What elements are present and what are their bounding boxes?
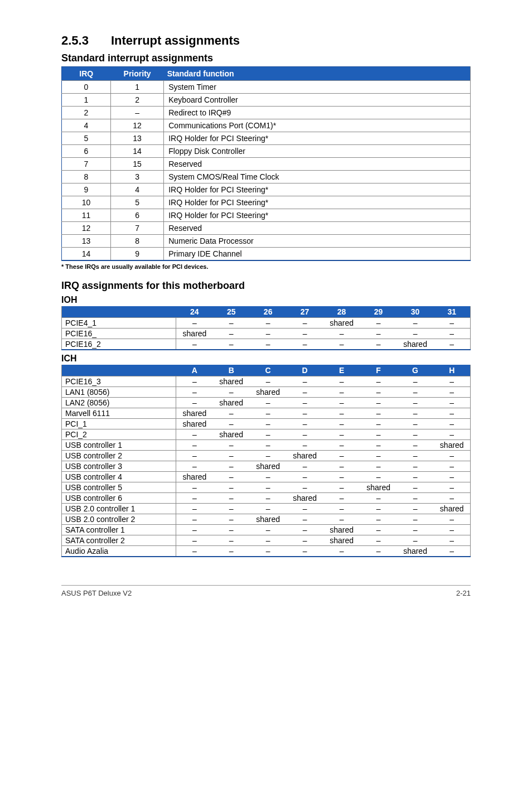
th-col: H <box>434 365 471 376</box>
cell-value: – <box>213 535 250 546</box>
ioh-title: IOH <box>61 295 471 305</box>
cell-function: IRQ Holder for PCI Steering* <box>164 209 471 222</box>
table-row: SATA controller 1––––shared––– <box>62 525 471 535</box>
cell-value: – <box>397 376 434 387</box>
table-row: 2–Redirect to IRQ#9 <box>62 107 471 119</box>
cell-value: shared <box>434 504 471 514</box>
cell-priority: 2 <box>110 94 163 107</box>
cell-value: – <box>397 398 434 408</box>
cell-value: – <box>176 482 213 493</box>
cell-irq: 0 <box>62 81 111 94</box>
cell-value: – <box>250 429 287 440</box>
cell-value: – <box>176 514 213 525</box>
cell-value: – <box>176 387 213 398</box>
cell-value: – <box>360 514 397 525</box>
cell-value: – <box>250 419 287 429</box>
cell-value: – <box>434 408 471 419</box>
cell-value: – <box>434 419 471 429</box>
th-col: A <box>176 365 213 376</box>
cell-value: – <box>213 482 250 493</box>
cell-value: – <box>250 472 287 482</box>
cell-function: Keyboard Controller <box>164 94 471 107</box>
th-col: 26 <box>250 306 287 318</box>
cell-value: – <box>176 440 213 451</box>
cell-value: – <box>323 419 360 429</box>
cell-priority: 4 <box>110 183 163 196</box>
cell-irq: 9 <box>62 183 111 196</box>
cell-irq: 7 <box>62 158 111 171</box>
table-row: USB controller 1–––––––shared <box>62 440 471 451</box>
section-number: 2.5.3 <box>61 33 89 48</box>
cell-value: – <box>434 525 471 535</box>
cell-value: – <box>250 546 287 557</box>
th-col: 28 <box>323 306 360 318</box>
cell-value: – <box>397 493 434 504</box>
table-row: USB controller 3––shared––––– <box>62 461 471 472</box>
table-row: 138Numeric Data Processor <box>62 235 471 248</box>
cell-value: – <box>213 408 250 419</box>
cell-value: – <box>287 419 323 429</box>
cell-value: shared <box>360 482 397 493</box>
cell-value: – <box>213 451 250 461</box>
cell-value: shared <box>250 387 287 398</box>
cell-value: – <box>360 339 397 350</box>
cell-value: shared <box>176 408 213 419</box>
cell-value: – <box>360 451 397 461</box>
cell-value: – <box>176 451 213 461</box>
cell-value: – <box>360 472 397 482</box>
cell-value: – <box>360 429 397 440</box>
table-row: LAN1 (8056)––shared––––– <box>62 387 471 398</box>
table-row: Marvell 6111shared––––––– <box>62 408 471 419</box>
cell-value: – <box>323 451 360 461</box>
cell-value: – <box>397 318 434 328</box>
cell-priority: 8 <box>110 235 163 248</box>
table-row: 01System Timer <box>62 81 471 94</box>
cell-irq: 5 <box>62 132 111 145</box>
table-row: PCI_2–shared–––––– <box>62 429 471 440</box>
cell-row-label: PCIE16_2 <box>62 339 176 350</box>
cell-value: – <box>397 429 434 440</box>
cell-priority: 6 <box>110 209 163 222</box>
cell-value: – <box>434 451 471 461</box>
cell-value: – <box>176 339 213 350</box>
cell-value: – <box>213 472 250 482</box>
cell-value: – <box>323 429 360 440</box>
ioh-table: 2425262728293031 PCIE4_1––––shared–––PCI… <box>61 306 471 350</box>
th-irq: IRQ <box>62 67 111 81</box>
th-col: D <box>287 365 323 376</box>
cell-value: – <box>213 387 250 398</box>
cell-value: – <box>250 440 287 451</box>
cell-priority: 15 <box>110 158 163 171</box>
cell-value: – <box>287 387 323 398</box>
cell-function: IRQ Holder for PCI Steering* <box>164 196 471 209</box>
cell-value: – <box>176 318 213 328</box>
cell-value: – <box>323 514 360 525</box>
cell-value: – <box>287 339 323 350</box>
cell-value: – <box>176 376 213 387</box>
th-col: 29 <box>360 306 397 318</box>
cell-value: – <box>360 398 397 408</box>
cell-value: – <box>434 493 471 504</box>
cell-function: Communications Port (COM1)* <box>164 119 471 132</box>
cell-row-label: PCI_2 <box>62 429 176 440</box>
cell-value: – <box>176 493 213 504</box>
cell-priority: 5 <box>110 196 163 209</box>
cell-value: shared <box>434 440 471 451</box>
cell-value: shared <box>287 451 323 461</box>
cell-value: – <box>287 376 323 387</box>
cell-value: shared <box>323 318 360 328</box>
cell-value: – <box>360 504 397 514</box>
cell-value: – <box>434 514 471 525</box>
cell-value: – <box>360 376 397 387</box>
cell-value: – <box>397 440 434 451</box>
cell-value: – <box>176 535 213 546</box>
cell-value: – <box>323 440 360 451</box>
cell-value: – <box>213 339 250 350</box>
cell-value: – <box>323 408 360 419</box>
cell-value: – <box>287 408 323 419</box>
cell-value: – <box>397 504 434 514</box>
cell-value: – <box>360 318 397 328</box>
table-row: 412Communications Port (COM1)* <box>62 119 471 132</box>
cell-value: – <box>360 525 397 535</box>
cell-irq: 13 <box>62 235 111 248</box>
